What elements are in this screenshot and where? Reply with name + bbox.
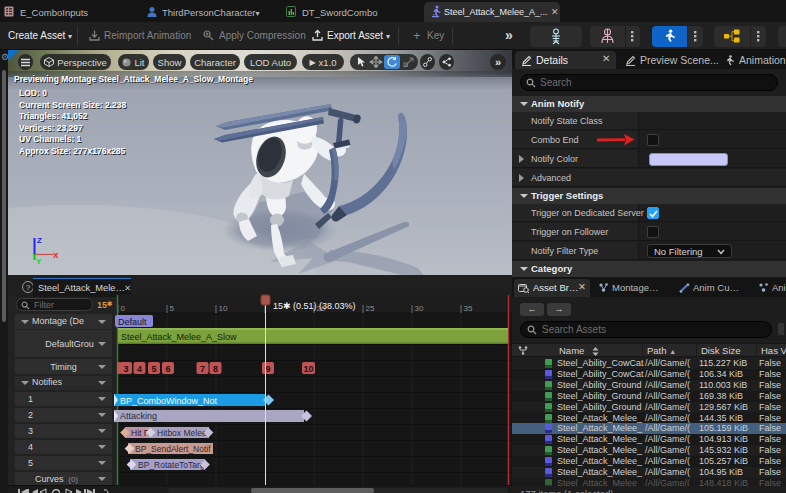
svg-text:30: 30 (415, 304, 424, 313)
svg-text:8: 8 (213, 364, 218, 374)
svg-text:4: 4 (137, 364, 142, 374)
svg-text:6: 6 (166, 364, 171, 374)
svg-text:BP_RotateToTarg: BP_RotateToTarg (138, 460, 205, 470)
svg-text:BP_ComboWindow_Not: BP_ComboWindow_Not (120, 396, 218, 406)
svg-text:0: 0 (121, 304, 126, 313)
svg-text:3: 3 (124, 364, 129, 374)
svg-text:5: 5 (152, 364, 157, 374)
svg-text:10: 10 (219, 304, 228, 313)
svg-text:9: 9 (266, 364, 271, 374)
svg-text:25: 25 (366, 304, 375, 313)
svg-text:15✱ (0.51) (38.03%): 15✱ (0.51) (38.03%) (273, 301, 356, 311)
svg-text:Attacking: Attacking (120, 411, 157, 421)
svg-text:Default: Default (118, 317, 147, 327)
svg-text:Steel_Attack_Melee_A_Slow: Steel_Attack_Melee_A_Slow (121, 332, 237, 342)
svg-text:10: 10 (304, 364, 314, 374)
svg-text:5: 5 (170, 304, 175, 313)
svg-text:BP_SendAlert_Notif: BP_SendAlert_Notif (135, 444, 211, 454)
svg-text:Hitbox Melee: Hitbox Melee (157, 428, 207, 438)
svg-text:X: X (53, 251, 59, 260)
svg-text:Y: Y (36, 257, 42, 266)
svg-text:Z: Z (37, 236, 42, 245)
svg-text:35: 35 (464, 304, 473, 313)
svg-text:7: 7 (200, 364, 205, 374)
